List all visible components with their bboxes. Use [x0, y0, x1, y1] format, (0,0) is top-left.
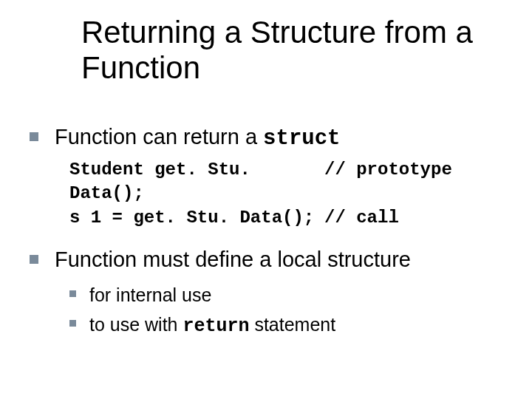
- code-row: s 1 = get. Stu. Data(); // call: [69, 206, 502, 230]
- bullet-text: Function must define a local structure: [55, 246, 411, 273]
- bullet-text-plain: Function must define a local structure: [55, 248, 411, 271]
- bullet-level1: Function must define a local structure: [30, 246, 502, 273]
- bullet-text-plain: Function can return a: [55, 125, 263, 149]
- slide: Returning a Structure from a Function Fu…: [0, 0, 532, 399]
- code-row: Student get. Stu. Data(); // prototype: [69, 158, 502, 206]
- bullet-level2: to use with return statement: [69, 313, 502, 339]
- bullet-text: for internal use: [89, 283, 211, 308]
- slide-title: Returning a Structure from a Function: [81, 15, 502, 86]
- bullet-level2: for internal use: [69, 283, 502, 308]
- code-right: // call: [324, 206, 399, 230]
- bullet-text: to use with return statement: [89, 313, 335, 339]
- bullet-text-plain: to use with: [89, 314, 183, 335]
- bullet-text-plain: for internal use: [89, 284, 211, 305]
- bullet-square-icon: [69, 290, 76, 297]
- inline-code: return: [183, 316, 249, 337]
- inline-code: struct: [263, 126, 340, 151]
- code-block: Student get. Stu. Data(); // prototype s…: [69, 158, 502, 230]
- bullet-square-icon: [30, 132, 38, 141]
- bullet-level1: Function can return a struct: [30, 123, 502, 152]
- bullet-text: Function can return a struct: [55, 123, 341, 152]
- code-left: Student get. Stu. Data();: [69, 158, 324, 206]
- sub-bullet-list: for internal use to use with return stat…: [30, 283, 502, 339]
- bullet-text-plain: statement: [249, 314, 335, 335]
- bullet-square-icon: [30, 255, 38, 264]
- code-right: // prototype: [324, 158, 452, 206]
- code-left: s 1 = get. Stu. Data();: [69, 206, 324, 230]
- bullet-square-icon: [69, 320, 76, 327]
